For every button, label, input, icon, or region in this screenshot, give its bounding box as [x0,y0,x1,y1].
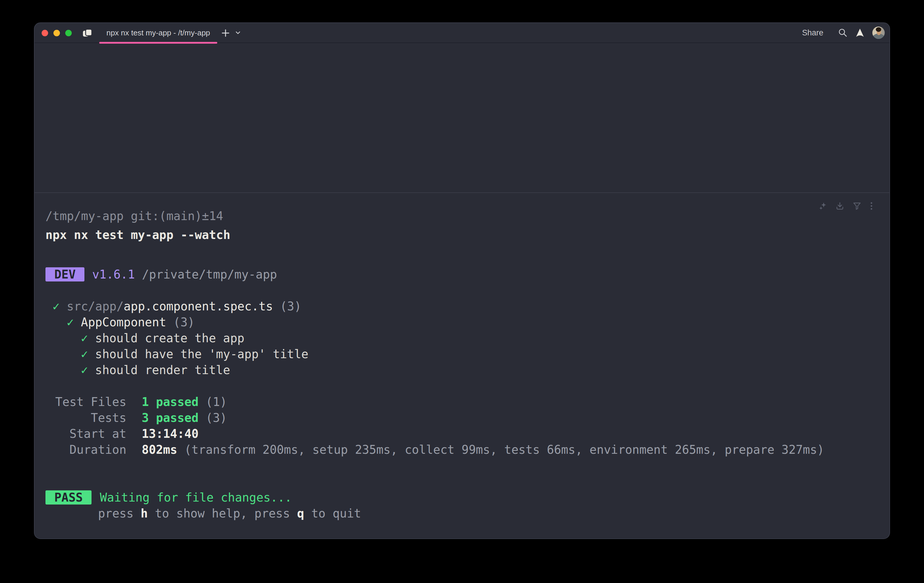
blank-line [45,474,875,489]
vitest-dev-line: DEV v1.6.1 /private/tmp/my-app [45,267,875,282]
check-icon: ✓ [81,347,88,361]
test-suite-row: ✓AppComponent(3) [45,314,875,330]
file-dir: src/app/ [67,300,124,313]
blank-line [45,458,875,474]
block-toolbar [818,202,873,210]
file-name: app.component.spec.ts [124,300,273,313]
file-test-count: (3) [280,300,301,313]
pass-status-line: PASS Waiting for file changes... [45,489,875,506]
waiting-message: Waiting for file changes... [100,489,292,506]
summary-value: 3 passed [142,411,199,425]
titlebar: npx nx test my-app - /t/my-app Share [35,23,889,43]
blank-line [45,378,875,394]
summary-value: 13:14:40 [142,427,199,440]
press-text: to quit [304,507,361,520]
summary-extra: (transform 200ms, setup 235ms, collect 9… [184,443,824,456]
dev-badge: DEV [45,267,84,282]
block-divider [35,193,889,193]
new-tab-icon[interactable] [221,29,230,37]
summary-label: Start at [45,426,126,442]
traffic-lights [41,30,72,36]
command-line: npx nx test my-app --watch [45,227,230,243]
summary-label: Tests [45,410,126,426]
test-name: should have the 'my-app' title [95,347,308,361]
summary-value: 1 passed [142,395,199,408]
test-case-row: ✓should render title [45,362,875,378]
tab-npx-nx-test[interactable]: npx nx test my-app - /t/my-app [99,23,217,43]
watch-help-line: press h to show help, press q to quit [45,506,875,521]
check-icon: ✓ [53,300,59,313]
key-h: h [141,507,148,520]
test-name: should render title [95,363,230,377]
check-icon: ✓ [81,331,88,345]
test-case-row: ✓should create the app [45,330,875,346]
search-icon[interactable] [838,28,848,38]
kebab-menu-icon[interactable] [870,202,873,210]
pass-badge: PASS [45,490,91,504]
download-icon[interactable] [836,202,844,210]
sparkles-icon[interactable] [818,202,827,210]
tab-switcher-icon[interactable] [82,29,92,38]
blank-line [45,282,875,298]
summary-test-files: Test Files1 passed(1) [45,394,875,410]
tab-title: npx nx test my-app - /t/my-app [106,28,210,38]
press-text: press [98,507,141,520]
check-icon: ✓ [67,315,74,329]
user-avatar[interactable] [872,26,885,39]
filter-icon[interactable] [853,202,861,210]
test-case-row: ✓should have the 'my-app' title [45,346,875,362]
press-text: to show help, press [148,507,297,520]
zoom-icon[interactable] [65,30,72,36]
shell-prompt: /tmp/my-app git:(main)±14 [45,208,223,224]
project-path: /private/tmp/my-app [142,267,277,282]
share-button[interactable]: Share [802,28,823,38]
titlebar-actions: Share [802,23,885,43]
summary-tests: Tests3 passed(3) [45,410,875,426]
key-q: q [297,507,304,520]
summary-label: Test Files [45,394,126,410]
summary-extra: (1) [206,395,227,408]
summary-label: Duration [45,442,126,458]
suite-name: AppComponent [81,315,166,329]
check-icon: ✓ [81,363,88,377]
terminal-window: npx nx test my-app - /t/my-app Share [34,22,890,539]
warp-logo-icon[interactable] [856,28,864,37]
summary-extra: (3) [206,411,227,425]
vitest-version: v1.6.1 [92,267,135,282]
test-file-row: ✓src/app/app.component.spec.ts(3) [45,298,875,314]
test-output: DEV v1.6.1 /private/tmp/my-app ✓src/app/… [45,267,875,521]
minimize-icon[interactable] [53,30,60,36]
suite-test-count: (3) [173,315,195,329]
summary-start-at: Start at13:14:40 [45,426,875,442]
active-tab-indicator [99,42,217,44]
chevron-down-icon[interactable] [236,31,240,35]
test-name: should create the app [95,331,244,345]
summary-value: 802ms [142,443,177,456]
summary-duration: Duration802ms(transform 200ms, setup 235… [45,442,875,458]
close-icon[interactable] [41,30,48,36]
